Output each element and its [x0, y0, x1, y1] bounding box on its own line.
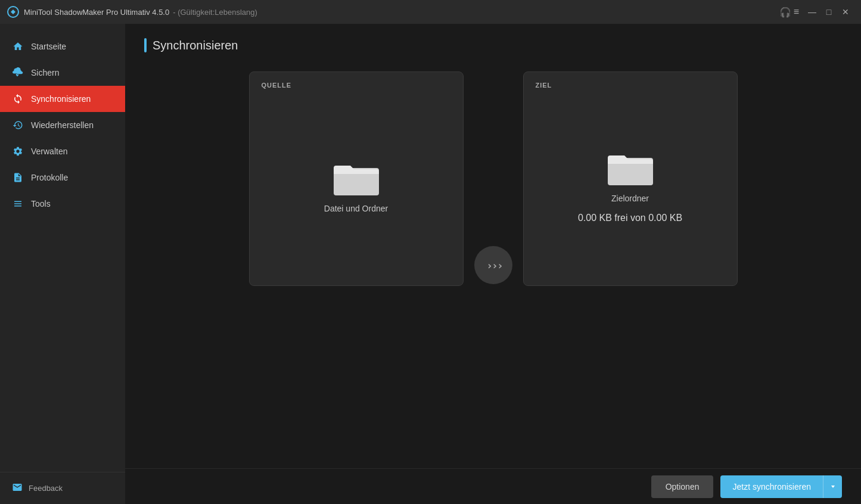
target-card-center: Zielordner 0.00 KB frei von 0.00 KB — [536, 94, 725, 276]
minimize-button[interactable]: — — [804, 4, 820, 20]
backup-icon — [12, 67, 24, 79]
sidebar-item-wiederherstellen[interactable]: Wiederherstellen — [0, 112, 125, 138]
sidebar-footer: Feedback — [0, 472, 125, 504]
source-card-name: Datei und Ordner — [324, 204, 388, 213]
sidebar-label-startseite: Startseite — [31, 42, 66, 51]
home-icon — [12, 41, 24, 52]
sidebar-label-sichern: Sichern — [31, 68, 59, 77]
sidebar-item-synchronisieren[interactable]: Synchronisieren — [0, 86, 125, 112]
sidebar-item-protokolle[interactable]: Protokolle — [0, 164, 125, 191]
arrow-button[interactable]: ››› — [474, 246, 512, 284]
log-icon — [12, 172, 24, 183]
source-card[interactable]: QUELLE Datei und Ordner — [249, 71, 464, 286]
sidebar-item-verwalten[interactable]: Verwalten — [0, 138, 125, 164]
arrow-symbol: ››› — [486, 259, 502, 272]
arrow-connector: ››› — [464, 246, 523, 284]
sidebar-item-startseite[interactable]: Startseite — [0, 33, 125, 60]
sidebar-label-wiederherstellen: Wiederherstellen — [31, 120, 94, 130]
menu-icon[interactable]: ≡ — [794, 7, 799, 17]
sidebar-label-synchronisieren: Synchronisieren — [31, 94, 91, 104]
sidebar-nav: Startseite Sichern Synchronisieren — [0, 24, 125, 472]
app-title: MiniTool ShadowMaker Pro Ultimativ 4.5.0 — [24, 8, 169, 17]
sidebar-label-tools: Tools — [31, 199, 51, 209]
maximize-button[interactable]: □ — [820, 4, 837, 20]
target-folder-icon — [607, 146, 654, 186]
sidebar-item-tools[interactable]: Tools — [0, 191, 125, 217]
target-card-name: Zielordner — [611, 194, 649, 203]
options-button[interactable]: Optionen — [651, 475, 714, 498]
sidebar: Startseite Sichern Synchronisieren — [0, 24, 125, 504]
app-subtitle: - (Gültigkeit:Lebenslang) — [173, 8, 257, 17]
sidebar-item-sichern[interactable]: Sichern — [0, 60, 125, 86]
sync-dropdown-arrow[interactable] — [823, 475, 842, 498]
target-label: ZIEL — [536, 82, 552, 89]
sidebar-label-protokolle: Protokolle — [31, 173, 68, 182]
source-label: QUELLE — [262, 82, 292, 89]
sync-area: QUELLE Datei und Ordner ››› ZIEL — [125, 62, 861, 468]
feedback-button[interactable]: Feedback — [12, 482, 113, 494]
page-title: Synchronisieren — [153, 39, 238, 52]
target-card[interactable]: ZIEL Zielordner 0.00 KB frei von 0.00 KB — [523, 71, 738, 286]
page-header-accent — [144, 38, 147, 52]
page-header: Synchronisieren — [125, 24, 861, 62]
headphone-icon[interactable]: 🎧 — [779, 7, 791, 18]
source-card-center: Datei und Ordner — [262, 94, 451, 276]
sidebar-label-verwalten: Verwalten — [31, 147, 67, 156]
main-layout: Startseite Sichern Synchronisieren — [0, 24, 861, 504]
sync-button[interactable]: Jetzt synchronisieren — [720, 475, 842, 498]
content-area: Synchronisieren QUELLE Datei und Ordner — [125, 24, 861, 504]
manage-icon — [12, 145, 24, 157]
bottom-bar: Optionen Jetzt synchronisieren — [125, 468, 861, 504]
target-card-storage: 0.00 KB frei von 0.00 KB — [578, 213, 682, 223]
app-logo — [7, 6, 19, 18]
titlebar: MiniTool ShadowMaker Pro Ultimativ 4.5.0… — [0, 0, 861, 24]
restore-icon — [12, 119, 24, 131]
sync-main-button[interactable]: Jetzt synchronisieren — [720, 475, 823, 498]
tools-icon — [12, 198, 24, 210]
feedback-label: Feedback — [29, 484, 63, 493]
sync-icon — [12, 93, 24, 105]
close-button[interactable]: ✕ — [837, 4, 854, 20]
source-folder-icon — [332, 156, 380, 197]
mail-icon — [12, 482, 23, 494]
